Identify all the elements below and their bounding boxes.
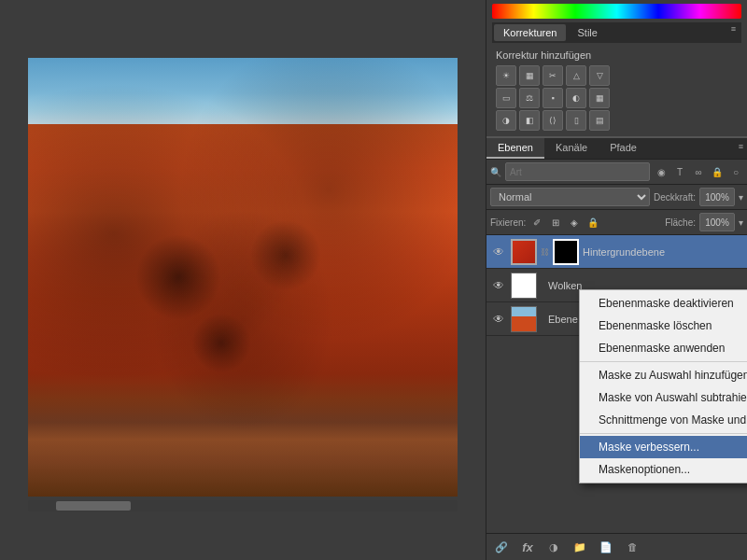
posterize-icon[interactable]: ◧: [519, 110, 540, 131]
fix-all-icon[interactable]: 🔒: [585, 215, 600, 230]
context-menu-item-8[interactable]: Maske verbessern...: [580, 436, 747, 458]
layer-thumb-2: [511, 273, 537, 299]
fix-transparency-icon[interactable]: ◈: [567, 215, 582, 230]
colorbalance-icon[interactable]: ⚖: [519, 88, 540, 108]
context-menu-item-10[interactable]: Maskenoptionen...: [580, 458, 747, 481]
context-menu-item-1[interactable]: Ebenenmaske löschen: [580, 315, 747, 337]
layer-name-1: Hintergrundebene: [583, 246, 743, 258]
filter-icon1[interactable]: ◉: [654, 164, 669, 179]
delete-layer-icon[interactable]: 🗑: [623, 538, 641, 556]
icon-row-1: ☀ ▦ ✂ △ ▽: [496, 65, 738, 86]
layer-thumb-1: [511, 239, 537, 265]
context-menu: Ebenenmaske deaktivieren Ebenenmaske lös…: [579, 289, 747, 483]
layer-item-hintergrund[interactable]: 👁 ⛓ Hintergrundebene: [486, 235, 747, 269]
fx-button[interactable]: fx: [518, 538, 537, 556]
layers-panel-menu[interactable]: ≡: [735, 138, 747, 159]
layer-thumb-3: [511, 306, 537, 332]
gradient-icon[interactable]: ▯: [566, 110, 586, 131]
panel-menu-btn[interactable]: ≡: [731, 24, 736, 41]
layers-tabs: Ebenen Kanäle Pfade ≡: [486, 136, 747, 160]
visibility-icon-2[interactable]: 👁: [490, 277, 507, 294]
canvas-image-content: [28, 58, 458, 497]
filter-toggle[interactable]: ○: [728, 164, 743, 179]
levels-icon[interactable]: ▦: [519, 65, 540, 86]
link-icon[interactable]: 🔗: [492, 538, 511, 556]
tab-stile[interactable]: Stile: [568, 24, 606, 41]
tab-korrekturen[interactable]: Korrekturen: [494, 24, 566, 41]
blackwhite-icon[interactable]: ▪: [543, 88, 563, 108]
icon-row-3: ◑ ◧ ⟨⟩ ▯ ▤: [496, 110, 738, 131]
tab-pfade[interactable]: Pfade: [599, 138, 648, 159]
search-icon: 🔍: [490, 167, 501, 177]
visibility-icon-3[interactable]: 👁: [490, 311, 507, 328]
flaeche-label: Fläche:: [665, 217, 696, 228]
layer-search-input[interactable]: [505, 162, 650, 181]
context-menu-item-5[interactable]: Maske von Auswahl subtrahie...: [580, 386, 747, 409]
app-container: Korrekturen Stile ≡ Korrektur hinzufügen…: [0, 0, 747, 560]
filter-icon3[interactable]: ∞: [691, 164, 706, 179]
flaeche-arrow[interactable]: ▾: [739, 217, 743, 228]
panel-top: Korrekturen Stile ≡ Korrektur hinzufügen…: [486, 0, 747, 136]
blend-opacity-row: Normal Deckkraft: ▾: [486, 185, 747, 210]
chain-icon-1: ⛓: [541, 243, 548, 261]
visibility-icon-1[interactable]: 👁: [490, 244, 507, 260]
invert-icon[interactable]: ◑: [496, 110, 516, 131]
brightness-icon[interactable]: ☀: [496, 65, 516, 86]
adjustment-layer-icon[interactable]: ◑: [544, 538, 563, 556]
curves-icon[interactable]: ✂: [543, 65, 563, 86]
korrekturen-section-label: Korrektur hinzufügen: [492, 47, 741, 63]
group-layer-icon[interactable]: 📁: [571, 538, 589, 556]
opacity-label: Deckkraft:: [654, 192, 696, 203]
filter-icon4[interactable]: 🔒: [710, 164, 725, 179]
exposure-icon[interactable]: △: [566, 65, 586, 86]
filter-icon2[interactable]: T: [672, 164, 687, 179]
canvas-image: [28, 58, 458, 497]
canvas-area: [0, 0, 486, 560]
blend-mode-select[interactable]: Normal: [490, 188, 650, 206]
color-spectrum-bar: [492, 4, 741, 19]
opacity-arrow[interactable]: ▾: [739, 192, 743, 203]
panel-bottom-toolbar: 🔗 fx ◑ 📁 📄 🗑: [486, 533, 747, 560]
context-menu-item-2[interactable]: Ebenenmaske anwenden: [580, 337, 747, 359]
context-menu-separator-1: [580, 361, 747, 362]
icon-row-2: ▭ ⚖ ▪ ◐ ▦: [496, 88, 738, 108]
context-menu-separator-2: [580, 433, 747, 434]
new-layer-icon[interactable]: 📄: [597, 538, 615, 556]
rock-texture-overlay: [28, 58, 458, 497]
panel-tabs-korrekturen: Korrekturen Stile ≡: [492, 22, 741, 43]
photfilter-icon[interactable]: ◐: [566, 88, 586, 108]
fix-pixels-icon[interactable]: ⊞: [548, 215, 563, 230]
korrekturen-icon-grid: ☀ ▦ ✂ △ ▽ ▭ ⚖ ▪ ◐ ▦ ◑ ◧ ⟨⟩ ▯: [492, 63, 741, 133]
fix-row: Fixieren: ✐ ⊞ ◈ 🔒 Fläche: ▾: [486, 210, 747, 235]
context-menu-item-6[interactable]: Schnittmenge von Maske und...: [580, 409, 747, 431]
threshold-icon[interactable]: ⟨⟩: [543, 110, 563, 131]
horizontal-scrollbar[interactable]: [28, 500, 458, 511]
opacity-input[interactable]: [699, 188, 735, 206]
selective-icon[interactable]: ▤: [589, 110, 610, 131]
vibrance-icon[interactable]: ▽: [589, 65, 610, 86]
context-menu-item-4[interactable]: Maske zu Auswahl hinzufügen: [580, 364, 747, 386]
channelmixer-icon[interactable]: ▦: [589, 88, 610, 108]
layers-filter-bar: 🔍 ◉ T ∞ 🔒 ○: [486, 160, 747, 185]
tab-ebenen[interactable]: Ebenen: [486, 138, 544, 159]
flaeche-input[interactable]: [699, 213, 735, 231]
fix-position-icon[interactable]: ✐: [529, 215, 544, 230]
layer-mask-1[interactable]: [553, 239, 579, 265]
fix-label: Fixieren:: [490, 217, 526, 228]
context-menu-item-0[interactable]: Ebenenmaske deaktivieren: [580, 292, 747, 315]
tab-kanaele[interactable]: Kanäle: [544, 138, 599, 159]
hsl-icon[interactable]: ▭: [496, 88, 516, 108]
scrollbar-thumb[interactable]: [56, 501, 131, 511]
